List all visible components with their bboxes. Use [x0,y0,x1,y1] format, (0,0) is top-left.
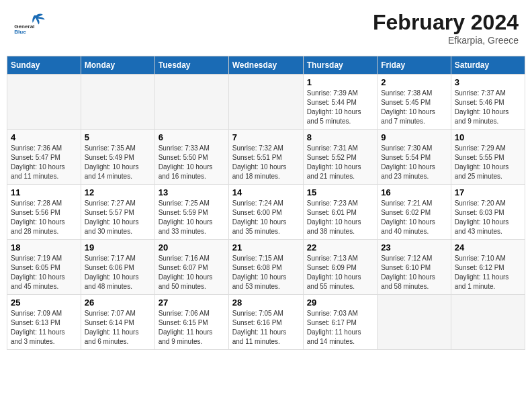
calendar-cell: 14Sunrise: 7:24 AM Sunset: 6:00 PM Dayli… [228,185,303,240]
day-number: 26 [85,298,151,308]
calendar-cell [154,75,228,130]
day-info: Sunrise: 7:27 AM Sunset: 5:57 PM Dayligh… [85,199,151,236]
day-info: Sunrise: 7:12 AM Sunset: 6:10 PM Dayligh… [381,254,447,291]
day-number: 8 [307,132,373,142]
svg-text:Blue: Blue [14,29,26,35]
col-header-tuesday: Tuesday [154,56,228,75]
calendar-cell: 17Sunrise: 7:20 AM Sunset: 6:03 PM Dayli… [451,185,525,240]
month-title: February 2024 [373,10,519,35]
day-info: Sunrise: 7:29 AM Sunset: 5:55 PM Dayligh… [455,144,521,181]
day-info: Sunrise: 7:09 AM Sunset: 6:13 PM Dayligh… [11,309,77,347]
logo-icon: General Blue [13,10,47,37]
calendar-cell: 25Sunrise: 7:09 AM Sunset: 6:13 PM Dayli… [7,295,81,350]
day-number: 22 [307,242,373,253]
day-number: 6 [159,132,225,142]
calendar-cell: 7Sunrise: 7:32 AM Sunset: 5:51 PM Daylig… [228,130,303,185]
calendar-cell: 21Sunrise: 7:15 AM Sunset: 6:08 PM Dayli… [228,240,303,295]
calendar-cell: 5Sunrise: 7:35 AM Sunset: 5:49 PM Daylig… [81,130,154,185]
calendar-cell: 16Sunrise: 7:21 AM Sunset: 6:02 PM Dayli… [378,185,451,240]
calendar-cell [228,75,303,130]
calendar-cell: 10Sunrise: 7:29 AM Sunset: 5:55 PM Dayli… [451,130,525,185]
day-info: Sunrise: 7:17 AM Sunset: 6:06 PM Dayligh… [85,254,151,291]
calendar-cell [378,295,451,350]
day-info: Sunrise: 7:28 AM Sunset: 5:56 PM Dayligh… [11,199,77,236]
calendar-cell: 28Sunrise: 7:05 AM Sunset: 6:16 PM Dayli… [228,295,303,350]
day-info: Sunrise: 7:10 AM Sunset: 6:12 PM Dayligh… [455,254,521,291]
week-row-5: 25Sunrise: 7:09 AM Sunset: 6:13 PM Dayli… [7,295,525,350]
day-number: 17 [455,187,521,197]
day-info: Sunrise: 7:35 AM Sunset: 5:49 PM Dayligh… [85,144,151,181]
calendar-cell: 3Sunrise: 7:37 AM Sunset: 5:46 PM Daylig… [451,75,525,130]
day-number: 11 [11,187,77,197]
day-number: 9 [381,132,447,142]
col-header-saturday: Saturday [451,56,525,75]
day-number: 3 [455,77,521,87]
day-info: Sunrise: 7:33 AM Sunset: 5:50 PM Dayligh… [159,144,225,181]
calendar-cell: 24Sunrise: 7:10 AM Sunset: 6:12 PM Dayli… [451,240,525,295]
calendar-cell: 11Sunrise: 7:28 AM Sunset: 5:56 PM Dayli… [7,185,81,240]
day-info: Sunrise: 7:03 AM Sunset: 6:17 PM Dayligh… [307,309,373,347]
day-number: 19 [85,242,151,253]
day-number: 14 [232,187,300,197]
calendar-cell: 26Sunrise: 7:07 AM Sunset: 6:14 PM Dayli… [81,295,154,350]
day-info: Sunrise: 7:20 AM Sunset: 6:03 PM Dayligh… [455,199,521,236]
logo: General Blue [13,10,47,37]
col-header-thursday: Thursday [303,56,377,75]
day-number: 12 [85,187,151,197]
calendar-cell: 13Sunrise: 7:25 AM Sunset: 5:59 PM Dayli… [154,185,228,240]
calendar-cell: 19Sunrise: 7:17 AM Sunset: 6:06 PM Dayli… [81,240,154,295]
day-number: 10 [455,132,521,142]
day-info: Sunrise: 7:21 AM Sunset: 6:02 PM Dayligh… [381,199,447,236]
calendar-cell: 22Sunrise: 7:13 AM Sunset: 6:09 PM Dayli… [303,240,377,295]
col-header-sunday: Sunday [7,56,81,75]
calendar-cell: 29Sunrise: 7:03 AM Sunset: 6:17 PM Dayli… [303,295,377,350]
day-info: Sunrise: 7:05 AM Sunset: 6:16 PM Dayligh… [232,309,300,347]
day-info: Sunrise: 7:30 AM Sunset: 5:54 PM Dayligh… [381,144,447,181]
week-row-1: 1Sunrise: 7:39 AM Sunset: 5:44 PM Daylig… [7,75,525,130]
calendar-cell: 12Sunrise: 7:27 AM Sunset: 5:57 PM Dayli… [81,185,154,240]
calendar-cell: 8Sunrise: 7:31 AM Sunset: 5:52 PM Daylig… [303,130,377,185]
day-number: 27 [159,298,225,308]
day-info: Sunrise: 7:23 AM Sunset: 6:01 PM Dayligh… [307,199,373,236]
svg-text:General: General [14,24,34,30]
title-area: February 2024 Efkarpia, Greece [373,10,519,46]
day-number: 28 [232,298,300,308]
day-info: Sunrise: 7:24 AM Sunset: 6:00 PM Dayligh… [232,199,300,236]
day-info: Sunrise: 7:37 AM Sunset: 5:46 PM Dayligh… [455,89,521,126]
calendar-cell [81,75,154,130]
day-number: 4 [11,132,77,142]
day-number: 15 [307,187,373,197]
calendar-cell: 27Sunrise: 7:06 AM Sunset: 6:15 PM Dayli… [154,295,228,350]
day-info: Sunrise: 7:36 AM Sunset: 5:47 PM Dayligh… [11,144,77,181]
day-info: Sunrise: 7:16 AM Sunset: 6:07 PM Dayligh… [159,254,225,291]
day-info: Sunrise: 7:32 AM Sunset: 5:51 PM Dayligh… [232,144,300,181]
day-info: Sunrise: 7:19 AM Sunset: 6:05 PM Dayligh… [11,254,77,291]
calendar-cell [451,295,525,350]
day-number: 2 [381,77,447,87]
day-number: 16 [381,187,447,197]
page-header: General Blue February 2024 Efkarpia, Gre… [7,7,525,49]
day-info: Sunrise: 7:06 AM Sunset: 6:15 PM Dayligh… [159,309,225,347]
day-number: 1 [307,77,373,87]
col-header-monday: Monday [81,56,154,75]
calendar-cell: 18Sunrise: 7:19 AM Sunset: 6:05 PM Dayli… [7,240,81,295]
day-number: 25 [11,298,77,308]
day-number: 23 [381,242,447,253]
calendar-cell: 1Sunrise: 7:39 AM Sunset: 5:44 PM Daylig… [303,75,377,130]
calendar-cell: 2Sunrise: 7:38 AM Sunset: 5:45 PM Daylig… [378,75,451,130]
day-info: Sunrise: 7:25 AM Sunset: 5:59 PM Dayligh… [159,199,225,236]
calendar-body: 1Sunrise: 7:39 AM Sunset: 5:44 PM Daylig… [7,75,525,350]
day-number: 20 [159,242,225,253]
calendar-cell: 6Sunrise: 7:33 AM Sunset: 5:50 PM Daylig… [154,130,228,185]
day-number: 13 [159,187,225,197]
day-number: 7 [232,132,300,142]
col-header-friday: Friday [378,56,451,75]
day-info: Sunrise: 7:15 AM Sunset: 6:08 PM Dayligh… [232,254,300,291]
calendar-cell: 4Sunrise: 7:36 AM Sunset: 5:47 PM Daylig… [7,130,81,185]
day-number: 29 [307,298,373,308]
day-info: Sunrise: 7:31 AM Sunset: 5:52 PM Dayligh… [307,144,373,181]
week-row-4: 18Sunrise: 7:19 AM Sunset: 6:05 PM Dayli… [7,240,525,295]
calendar-header: SundayMondayTuesdayWednesdayThursdayFrid… [7,56,525,75]
day-number: 18 [11,242,77,253]
calendar-cell: 23Sunrise: 7:12 AM Sunset: 6:10 PM Dayli… [378,240,451,295]
